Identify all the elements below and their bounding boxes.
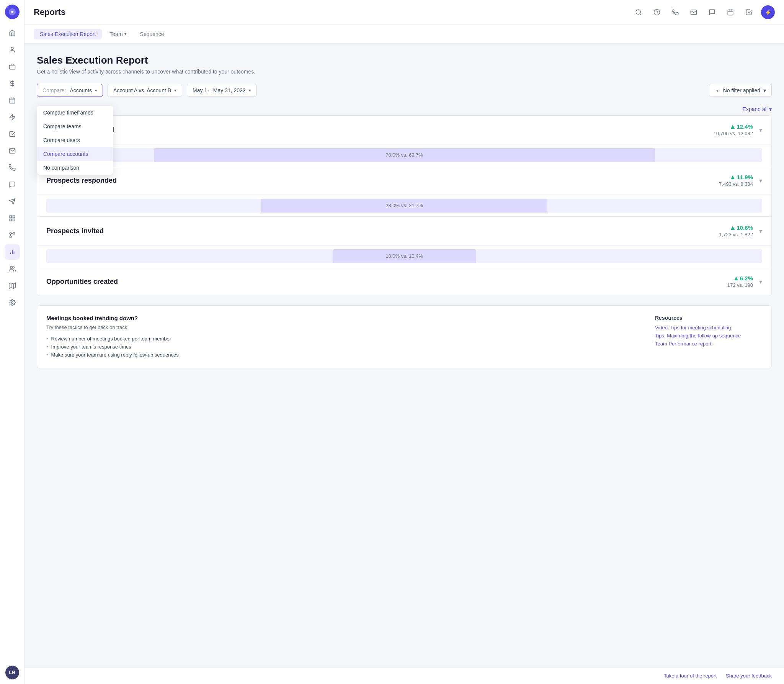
sidebar-item-pages[interactable] — [5, 211, 20, 226]
sidebar-item-deals[interactable] — [5, 59, 20, 74]
sidebar-item-outreach[interactable] — [5, 194, 20, 209]
no-filter-chevron: ▾ — [763, 87, 766, 93]
main-area: Reports ⚡ — [24, 0, 784, 684]
sidebar: LN — [0, 0, 24, 684]
svg-rect-13 — [10, 219, 11, 221]
app-logo[interactable] — [5, 5, 20, 19]
up-arrow-icon-responded — [730, 175, 735, 180]
no-filter-label: No filter applied — [723, 87, 760, 93]
funnel-bar-contacted: 70.0% vs. 69.7% — [46, 148, 762, 162]
tip-title: Meetings booked trending down? — [46, 315, 640, 321]
svg-marker-8 — [10, 115, 15, 120]
dropdown-compare-accounts[interactable]: Compare accounts — [37, 147, 113, 161]
metric-change-contacted: 12.4% — [714, 123, 753, 130]
tip-resources-title: Resources — [655, 315, 762, 321]
feedback-link[interactable]: Share your feedback — [726, 673, 772, 679]
tour-link[interactable]: Take a tour of the report — [664, 673, 717, 679]
sidebar-item-settings[interactable] — [5, 295, 20, 310]
funnel-bar-row-responded: 23.0% vs. 21.7% — [37, 195, 771, 216]
help-button[interactable] — [651, 6, 663, 18]
tasks-button[interactable] — [743, 6, 755, 18]
sidebar-item-chat[interactable] — [5, 177, 20, 192]
user-avatar-topbar[interactable]: ⚡ — [761, 5, 775, 19]
expand-all-button[interactable]: Expand all — [743, 106, 768, 112]
sidebar-item-tasks[interactable] — [5, 126, 20, 142]
phone-button[interactable] — [669, 6, 681, 18]
metric-section-invited: Prospects invited 10.6% 1,723 vs. 1,822 … — [37, 217, 771, 267]
dropdown-compare-users[interactable]: Compare users — [37, 133, 113, 147]
calendar-button[interactable] — [724, 6, 737, 18]
metric-values-contacted: 10,705 vs. 12,032 — [714, 131, 753, 136]
chat-button[interactable] — [706, 6, 718, 18]
metric-values-opportunities: 172 vs. 190 — [727, 282, 753, 288]
sidebar-item-integrations[interactable] — [5, 227, 20, 243]
svg-point-27 — [11, 302, 13, 304]
tip-right-section: Resources Video: Tips for meeting schedu… — [655, 315, 762, 359]
svg-rect-14 — [13, 219, 15, 221]
metric-stat-responded: 11.9% 7,493 vs. 8,384 — [719, 174, 753, 187]
up-arrow-icon — [730, 124, 735, 129]
resource-link-1[interactable]: Video: Tips for meeting scheduling — [655, 325, 762, 331]
tab-sequence[interactable]: Sequence — [134, 29, 170, 39]
tip-desc: Try these tactics to get back on track: — [46, 324, 640, 330]
search-button[interactable] — [632, 6, 645, 18]
report-subtitle: Get a holistic view of activity across c… — [37, 69, 772, 75]
metric-expand-icon-contacted: ▾ — [759, 126, 762, 134]
metric-row-opportunities[interactable]: Opportunities created 6.2% 172 vs. 190 ▾ — [37, 267, 771, 296]
up-arrow-icon-invited — [730, 226, 735, 230]
funnel-bar-responded: 23.0% vs. 21.7% — [46, 199, 762, 213]
date-range-label: May 1 – May 31, 2022 — [193, 87, 246, 93]
metric-stat-invited: 10.6% 1,723 vs. 1,822 — [719, 224, 753, 237]
svg-rect-2 — [9, 65, 15, 69]
compare-select[interactable]: Compare: Accounts ▾ Compare timeframes C… — [37, 84, 103, 97]
metric-stat-opportunities: 6.2% 172 vs. 190 — [727, 275, 753, 288]
sidebar-item-contacts[interactable] — [5, 42, 20, 57]
mail-button[interactable] — [688, 6, 700, 18]
svg-point-15 — [10, 232, 11, 234]
sidebar-item-calls[interactable] — [5, 160, 20, 175]
svg-marker-40 — [731, 175, 735, 179]
metric-values-responded: 7,493 vs. 8,384 — [719, 181, 753, 187]
svg-point-17 — [10, 236, 11, 238]
report-container: Sales Execution Report Get a holistic vi… — [24, 44, 784, 388]
topbar: Reports ⚡ — [24, 0, 784, 25]
sidebar-item-revenue[interactable] — [5, 76, 20, 91]
metric-stat-contacted: 12.4% 10,705 vs. 12,032 — [714, 123, 753, 136]
dropdown-compare-teams[interactable]: Compare teams — [37, 119, 113, 133]
dropdown-compare-timeframes[interactable]: Compare timeframes — [37, 106, 113, 119]
content-area: Sales Execution Report Get a holistic vi… — [24, 44, 784, 667]
sidebar-item-home[interactable] — [5, 25, 20, 41]
tab-bar: Sales Execution Report Team ▾ Sequence — [24, 25, 784, 44]
footer: Take a tour of the report Share your fee… — [24, 667, 784, 684]
funnel-bar-row-contacted: 70.0% vs. 69.7% — [37, 144, 771, 166]
tab-team[interactable]: Team ▾ — [103, 29, 132, 39]
account-select[interactable]: Account A vs. Account B ▾ — [108, 84, 182, 97]
topbar-icons: ⚡ — [632, 5, 775, 19]
dropdown-no-comparison[interactable]: No comparison — [37, 161, 113, 175]
sidebar-item-team[interactable] — [5, 261, 20, 277]
sidebar-item-calendar[interactable] — [5, 93, 20, 108]
sidebar-item-inbox[interactable] — [5, 143, 20, 159]
user-avatar-sidebar[interactable]: LN — [5, 666, 19, 679]
metric-row-contacted[interactable]: Prospects contacted 12.4% 10,705 vs. 12,… — [37, 116, 771, 144]
sidebar-item-map[interactable] — [5, 278, 20, 293]
no-filter-button[interactable]: No filter applied ▾ — [709, 84, 772, 97]
metric-values-invited: 1,723 vs. 1,822 — [719, 232, 753, 237]
svg-marker-41 — [731, 226, 735, 230]
sidebar-item-reports[interactable] — [5, 244, 20, 260]
metric-name-responded: Prospects responded — [46, 177, 719, 185]
resource-link-3[interactable]: Team Performance report — [655, 341, 762, 347]
page-title: Reports — [34, 7, 632, 17]
tip-card: Meetings booked trending down? Try these… — [37, 305, 772, 368]
tip-left-section: Meetings booked trending down? Try these… — [46, 315, 640, 359]
metric-section-contacted: Prospects contacted 12.4% 10,705 vs. 12,… — [37, 116, 771, 166]
date-range-select[interactable]: May 1 – May 31, 2022 ▾ — [187, 84, 257, 97]
svg-point-1 — [11, 47, 13, 49]
svg-rect-12 — [13, 216, 15, 218]
resource-link-2[interactable]: Tips: Maximing the follow-up sequence — [655, 333, 762, 339]
tab-sales-execution[interactable]: Sales Execution Report — [34, 29, 102, 39]
metric-row-invited[interactable]: Prospects invited 10.6% 1,723 vs. 1,822 … — [37, 217, 771, 245]
sidebar-item-sequences[interactable] — [5, 110, 20, 125]
metric-row-responded[interactable]: Prospects responded 11.9% 7,493 vs. 8,38… — [37, 166, 771, 195]
funnel-bar-label-responded: 23.0% vs. 21.7% — [46, 199, 762, 213]
